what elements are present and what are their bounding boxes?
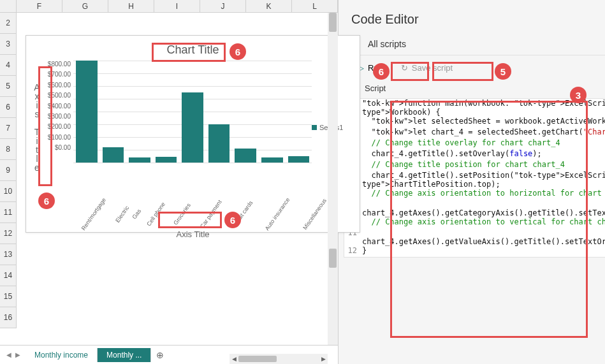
y-axis-title[interactable]: Axis Title xyxy=(33,61,41,194)
script-name[interactable]: Script xyxy=(365,84,386,93)
row-header[interactable]: 16 xyxy=(0,307,17,328)
col-header[interactable]: F xyxy=(17,0,62,12)
y-axis-labels: $800.00 $700.00 $600.00 $500.00 $400.00 … xyxy=(41,61,73,163)
col-header[interactable]: H xyxy=(108,0,154,12)
col-header[interactable]: L xyxy=(292,0,338,12)
callout-badge: 3 xyxy=(570,87,587,103)
all-scripts-link[interactable]: All scripts xyxy=(368,39,406,49)
callout-badge: 6 xyxy=(224,212,241,228)
save-script-button[interactable]: ↻ Save script xyxy=(395,61,459,75)
bar[interactable] xyxy=(261,157,283,163)
row-header[interactable]: 7 xyxy=(0,118,17,139)
sheet-tab-active[interactable]: Monthly ... xyxy=(98,348,151,362)
col-header[interactable]: I xyxy=(154,0,200,12)
bar[interactable] xyxy=(208,124,230,163)
row-header[interactable]: 11 xyxy=(0,202,17,223)
pane-title: Code Editor xyxy=(351,12,605,27)
code-block[interactable]: 1"tok-kw">function main(workbook: "tok-t… xyxy=(344,98,605,258)
bar[interactable] xyxy=(129,157,150,163)
callout-badge: 5 xyxy=(495,63,511,80)
row-header[interactable]: 6 xyxy=(0,97,17,118)
bar[interactable] xyxy=(182,92,203,163)
vertical-scrollbar[interactable] xyxy=(328,13,338,345)
bar[interactable] xyxy=(235,149,256,163)
col-header[interactable]: G xyxy=(62,0,108,12)
code-editor-pane: Code Editor ⌄ ✕ ← All scripts ▷ Run ↻ Sa… xyxy=(339,0,605,364)
bar[interactable] xyxy=(76,61,98,163)
worksheet: F G H I J K L 2 3 4 5 6 7 8 9 10 11 12 1… xyxy=(0,0,339,364)
row-header[interactable]: 15 xyxy=(0,286,17,307)
bar[interactable] xyxy=(103,147,124,163)
col-header[interactable]: J xyxy=(200,0,246,12)
row-header[interactable]: 14 xyxy=(0,265,17,286)
row-header[interactable]: 10 xyxy=(0,181,17,202)
callout-badge: 6 xyxy=(373,63,390,80)
x-axis-labels: Rent/mortgage Electric Gas Cell phone Gr… xyxy=(69,194,315,229)
chart-bars xyxy=(76,61,309,163)
row-header[interactable]: 8 xyxy=(0,139,17,160)
bar[interactable] xyxy=(288,156,310,163)
refresh-icon: ↻ xyxy=(401,63,408,73)
callout-badge: 6 xyxy=(38,193,55,209)
chart-plot-area[interactable] xyxy=(73,61,312,163)
row-headers: 2 3 4 5 6 7 8 9 10 11 12 13 14 15 16 xyxy=(0,13,17,328)
col-header[interactable]: K xyxy=(246,0,292,12)
legend-swatch-icon xyxy=(312,125,317,130)
row-header[interactable]: 2 xyxy=(0,13,17,34)
sheet-nav[interactable]: ◀▶ xyxy=(0,351,26,358)
embedded-chart[interactable]: Chart Title Axis Title $800.00 $700.00 $… xyxy=(26,35,360,233)
bar[interactable] xyxy=(156,157,177,163)
add-sheet-button[interactable]: ⊕ xyxy=(151,350,169,360)
chart-title[interactable]: Chart Title xyxy=(26,36,360,61)
row-header[interactable]: 3 xyxy=(0,34,17,55)
sheet-tab[interactable]: Monthly income xyxy=(26,348,98,362)
row-header[interactable]: 13 xyxy=(0,244,17,265)
row-header[interactable]: 12 xyxy=(0,223,17,244)
row-header[interactable]: 9 xyxy=(0,160,17,181)
column-headers: F G H I J K L xyxy=(0,0,338,13)
row-header[interactable]: 5 xyxy=(0,76,17,97)
horizontal-scrollbar[interactable]: ◀ ▶ xyxy=(230,354,328,364)
callout-badge: 6 xyxy=(230,43,246,60)
row-header[interactable]: 4 xyxy=(0,55,17,76)
